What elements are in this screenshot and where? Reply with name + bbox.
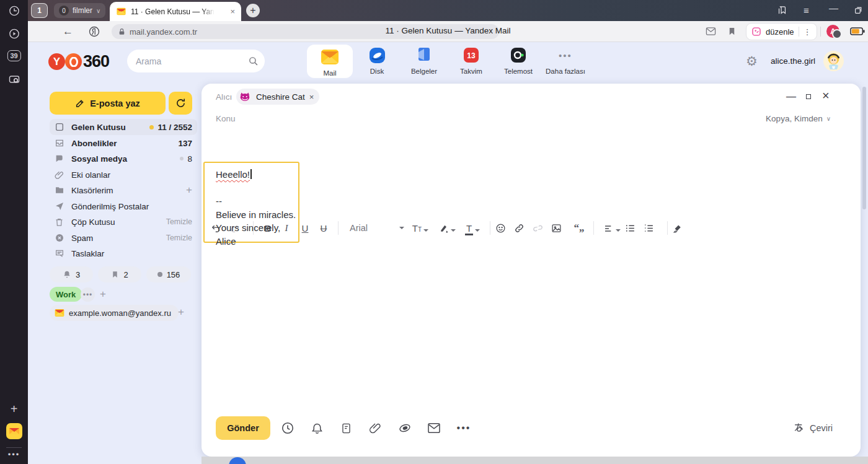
strikethrough-button[interactable]: U [314, 223, 333, 234]
edit-extension-pill[interactable]: düzenle ⋮ [746, 23, 817, 40]
compose-close-icon[interactable]: × [822, 89, 830, 103]
window-restore-icon[interactable] [854, 6, 862, 14]
app-tab-mail[interactable]: Mail [307, 45, 353, 78]
font-size-select[interactable]: TT [407, 223, 434, 234]
subject-placeholder[interactable]: Konu [216, 114, 236, 123]
window-minimize-icon[interactable]: — [829, 2, 838, 13]
compose-button[interactable]: E-posta yaz [50, 92, 166, 115]
browser-menu-icon[interactable]: ≡ [804, 5, 809, 15]
refresh-button[interactable] [169, 92, 192, 115]
add-account-icon[interactable]: + [178, 306, 184, 318]
insert-link-icon[interactable] [514, 223, 533, 234]
settings-gear-icon[interactable]: ⚙ [746, 54, 758, 69]
unread-dot [180, 157, 184, 160]
browser-side-rail: 39 + ••• [0, 0, 28, 464]
emoji-icon[interactable] [495, 223, 514, 234]
compose-minimize-icon[interactable]: — [786, 91, 796, 102]
eraser-icon[interactable] [673, 223, 691, 234]
tab-badge: 0 [59, 6, 69, 15]
scrollbar-thumb[interactable] [862, 87, 866, 209]
template-icon[interactable] [339, 421, 353, 436]
workspace-chip[interactable]: 1 [31, 3, 48, 18]
send-button[interactable]: Gönder [216, 416, 270, 440]
yandex-mail-app-icon[interactable] [6, 422, 23, 440]
clear-folder-link[interactable]: Temizle [166, 217, 192, 226]
attach-file-icon[interactable] [368, 421, 383, 436]
bookmark-icon[interactable] [727, 26, 737, 37]
search-icon[interactable] [248, 56, 259, 66]
adblock-extension-icon[interactable]: A [826, 25, 839, 38]
unread-counter[interactable]: 156 [146, 266, 191, 282]
notifications-counter[interactable]: 3 [50, 266, 93, 282]
insert-image-icon[interactable] [551, 223, 570, 234]
cc-from-link[interactable]: Kopya, Kimden ∨ [766, 114, 831, 123]
remove-link-icon[interactable] [533, 223, 551, 234]
folder-social[interactable]: Sosyal medya 8 [50, 151, 197, 167]
bullet-list-icon[interactable] [625, 224, 644, 233]
tab-filmler[interactable]: 0 filmler ∨ [54, 3, 105, 18]
folder-spam[interactable]: Spam Temizle [50, 230, 197, 246]
text-cursor [250, 169, 252, 179]
side-panel-icon[interactable] [777, 5, 787, 15]
paperclip-icon [55, 170, 65, 180]
tab-active-mail[interactable]: 11 · Gelen Kutusu — Yan × [110, 2, 241, 21]
attach-from-mail-icon[interactable] [427, 421, 441, 436]
clear-folder-link[interactable]: Temizle [166, 234, 192, 242]
compose-popout-icon[interactable] [806, 94, 811, 99]
folder-trash[interactable]: Çöp Kutusu Temizle [50, 214, 197, 230]
folder-inbox[interactable]: Gelen Kutusu 11 / 2552 [50, 119, 197, 135]
font-family-select[interactable]: Arial [343, 223, 407, 233]
video-panel-icon[interactable] [8, 28, 20, 40]
folder-subscriptions[interactable]: Abonelikler 137 [50, 135, 197, 151]
folder-sent[interactable]: Gönderilmiş Postalar [50, 198, 197, 214]
lock-icon[interactable] [118, 28, 126, 36]
remove-recipient-icon[interactable]: × [309, 92, 314, 102]
app-tab-belgeler[interactable]: Belgeler [401, 46, 447, 75]
app-tab-takvim[interactable]: 13 Takvim [448, 46, 494, 75]
bookmarks-counter[interactable]: 2 [98, 266, 141, 282]
schedule-send-icon[interactable] [280, 421, 295, 436]
translate-button[interactable]: Çeviri [793, 422, 833, 434]
chevron-down-icon[interactable]: ∨ [96, 7, 100, 14]
text-color-select[interactable]: T [460, 223, 485, 234]
tab-close-icon[interactable]: × [230, 7, 235, 16]
back-icon[interactable]: ← [63, 25, 73, 38]
add-folder-icon[interactable]: + [186, 184, 192, 196]
highlight-color-select[interactable] [434, 223, 460, 234]
more-actions-icon[interactable]: ••• [456, 421, 471, 436]
username[interactable]: alice.the.girl [771, 56, 815, 66]
attach-from-disk-icon[interactable] [397, 421, 412, 436]
app-tab-more[interactable]: ••• Daha fazlası [542, 46, 588, 75]
numbered-list-icon[interactable] [644, 224, 662, 233]
rail-more-icon[interactable]: ••• [8, 450, 20, 459]
recipient-chip[interactable]: Cheshire Cat × [236, 89, 319, 105]
tag-more-icon[interactable]: ••• [81, 287, 95, 302]
app-tab-telemost[interactable]: Telemost [495, 46, 541, 75]
account-pill[interactable]: example.woman@yandex.ru [50, 305, 179, 321]
signature-line: Alice [216, 235, 298, 248]
folder-my-folders[interactable]: Klasörlerim + [50, 182, 197, 198]
history-icon[interactable] [8, 5, 20, 17]
app-tab-disk[interactable]: Disk [354, 46, 400, 75]
user-avatar[interactable] [823, 51, 844, 71]
add-panel-icon[interactable]: + [11, 402, 18, 416]
new-tab-button[interactable]: + [246, 4, 260, 17]
message-body[interactable]: Heeello! -- Believe in miracles. Yours s… [203, 162, 299, 243]
folder-attachments[interactable]: Eki olanlar [50, 167, 197, 183]
quote-icon[interactable]: “„ [570, 222, 588, 234]
search-box[interactable] [127, 50, 265, 72]
screenshot-icon[interactable] [8, 73, 20, 85]
email-page-icon[interactable] [706, 27, 716, 36]
tab-count-badge[interactable]: 39 [7, 50, 20, 61]
reminder-bell-icon[interactable] [309, 421, 324, 436]
tag-work[interactable]: Work [50, 287, 82, 302]
align-select[interactable] [599, 223, 625, 234]
address-bar[interactable]: mail.yandex.com.tr [112, 24, 499, 39]
y360-logo[interactable]: Y 360 [48, 52, 109, 71]
folder-drafts[interactable]: Taslaklar [50, 245, 197, 261]
yandex-button-icon[interactable] [88, 25, 100, 38]
cheshire-cat-avatar [238, 90, 252, 103]
search-input[interactable] [136, 56, 248, 66]
kebab-menu-icon[interactable]: ⋮ [804, 27, 812, 37]
add-tag-icon[interactable]: + [100, 288, 106, 300]
